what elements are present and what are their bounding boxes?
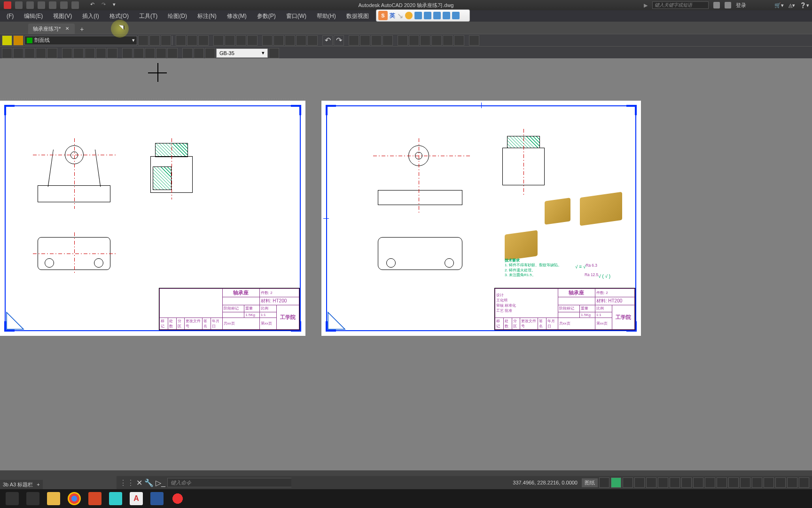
3dprint-icon[interactable]: [247, 35, 258, 46]
dim-tedit-icon[interactable]: [194, 48, 204, 58]
open-file-icon[interactable]: [187, 35, 197, 46]
menu-item[interactable]: 窗口(W): [281, 11, 311, 22]
drawing-sheet-left[interactable]: 轴承座件数: 2 材料: HT200 阶段标记重量比例工学院 1.5Kg1:1 …: [0, 101, 305, 336]
new-file-icon[interactable]: [176, 35, 186, 46]
zoomwin-icon[interactable]: [383, 35, 393, 46]
dim-space-icon[interactable]: [107, 48, 117, 58]
publish-icon[interactable]: [236, 35, 246, 46]
menu-item[interactable]: 修改(M): [222, 11, 251, 22]
layer-lock-icon[interactable]: [2, 35, 12, 46]
help-icon[interactable]: ❔▾: [800, 2, 809, 8]
cut-icon[interactable]: [262, 35, 273, 46]
layer-prev-icon[interactable]: [161, 35, 171, 46]
dim-linear-icon[interactable]: [2, 48, 12, 58]
menu-item[interactable]: 工具(T): [134, 11, 162, 22]
saveas-icon[interactable]: [49, 1, 56, 9]
inspect-icon[interactable]: [156, 48, 166, 58]
menu-item[interactable]: 数据视图: [342, 11, 374, 22]
cmd-handle-icon[interactable]: ⋮⋮: [119, 478, 134, 487]
ime-keyboard-icon[interactable]: [424, 12, 431, 19]
markup-icon[interactable]: [443, 35, 453, 46]
ime-emoji-icon[interactable]: [405, 12, 413, 19]
help2-icon[interactable]: [469, 35, 479, 46]
record-icon[interactable]: [171, 492, 184, 505]
save-file-icon[interactable]: [198, 35, 209, 46]
help-search[interactable]: 键入关键字或短语: [652, 1, 709, 9]
layout-tab[interactable]: 3b A3 标题栏: [3, 481, 33, 488]
dim-aligned-icon[interactable]: [13, 48, 23, 58]
select-cycle-icon[interactable]: [693, 477, 703, 488]
dim-baseline-icon[interactable]: [85, 48, 95, 58]
menu-item[interactable]: 视图(V): [48, 11, 77, 22]
otrack-icon[interactable]: [658, 477, 668, 488]
add-tab-button[interactable]: +: [78, 25, 86, 34]
snap-icon[interactable]: [623, 477, 633, 488]
save-icon[interactable]: [38, 1, 45, 9]
polar-icon[interactable]: [634, 477, 645, 488]
paste-icon[interactable]: [285, 35, 295, 46]
autocad-icon[interactable]: A: [130, 492, 143, 505]
redo2-icon[interactable]: ↷: [334, 35, 344, 46]
lweight-icon[interactable]: [670, 477, 680, 488]
plot-icon[interactable]: [213, 35, 224, 46]
drawing-sheet-right[interactable]: 技术要求 1. 铸件不得有砂眼、裂纹等缺陷。 2. 铸件退火处理。 3. 未注圆…: [321, 101, 641, 336]
space-mode[interactable]: 图纸: [582, 478, 598, 487]
powerpoint-icon[interactable]: [88, 492, 102, 505]
hw-accel-icon[interactable]: [775, 477, 786, 488]
menu-item[interactable]: 标注(N): [193, 11, 221, 22]
dim-update-icon[interactable]: [205, 48, 215, 58]
custom-icon[interactable]: [799, 477, 809, 488]
match-icon[interactable]: [296, 35, 306, 46]
dimstyle-mgr-icon[interactable]: [269, 48, 279, 58]
user-icon[interactable]: [713, 2, 720, 8]
dim-angular-icon[interactable]: [73, 48, 84, 58]
ann-auto-icon[interactable]: [728, 477, 739, 488]
app-switcher-icon[interactable]: ◬▾: [789, 2, 795, 8]
tool-pal-icon[interactable]: [420, 35, 430, 46]
ime-tool-icon[interactable]: [433, 12, 441, 19]
cart-icon[interactable]: 🛒▾: [774, 2, 784, 8]
zoom-icon[interactable]: [360, 35, 370, 46]
cmd-close-icon[interactable]: ✕: [136, 478, 142, 487]
layer-match-icon[interactable]: [149, 35, 160, 46]
pan-icon[interactable]: [349, 35, 359, 46]
design-icon[interactable]: [409, 35, 419, 46]
dimstyle-combo[interactable]: GB-35 ▾: [216, 48, 268, 58]
vp-max-icon[interactable]: [740, 477, 750, 488]
ime-lang[interactable]: 英: [390, 12, 395, 20]
dim-radius-icon[interactable]: [47, 48, 57, 58]
taskview-icon[interactable]: [26, 492, 39, 505]
transparency-icon[interactable]: [681, 477, 692, 488]
photos-icon[interactable]: [109, 492, 122, 505]
plot-icon[interactable]: [71, 1, 79, 9]
ime-settings-icon[interactable]: [452, 12, 460, 19]
dim-edit-icon[interactable]: [182, 48, 193, 58]
login-link[interactable]: 登录: [736, 2, 746, 9]
new-icon[interactable]: [15, 1, 23, 9]
dim-break-icon[interactable]: [122, 48, 133, 58]
layer-prop-icon[interactable]: [138, 35, 148, 46]
ime-voice-icon[interactable]: [414, 12, 422, 19]
menu-item[interactable]: (F): [2, 11, 18, 21]
redo-icon[interactable]: ↷: [102, 1, 109, 9]
zoomext-icon[interactable]: [371, 35, 382, 46]
start-icon[interactable]: [6, 492, 19, 505]
open-icon[interactable]: [26, 1, 34, 9]
explorer-icon[interactable]: [47, 492, 60, 505]
obj-iso-icon[interactable]: [764, 477, 774, 488]
dim-diameter-icon[interactable]: [62, 48, 72, 58]
osnap-icon[interactable]: [646, 477, 656, 488]
app-menu-icon[interactable]: [4, 1, 11, 9]
close-icon[interactable]: ✕: [64, 26, 70, 32]
menu-item[interactable]: 绘图(D): [163, 11, 192, 22]
center-icon[interactable]: [145, 48, 155, 58]
dim-continue-icon[interactable]: [96, 48, 106, 58]
cmd-wrench-icon[interactable]: 🔧: [144, 478, 154, 487]
layer-lockall-icon[interactable]: [13, 35, 23, 46]
ime-toolbar[interactable]: S 英 ↘: [376, 9, 470, 22]
jog-icon[interactable]: [167, 48, 178, 58]
block-icon[interactable]: [307, 35, 318, 46]
ime-skin-icon[interactable]: [443, 12, 450, 19]
dim-arc-icon[interactable]: [24, 48, 35, 58]
login-icon[interactable]: [725, 2, 731, 8]
